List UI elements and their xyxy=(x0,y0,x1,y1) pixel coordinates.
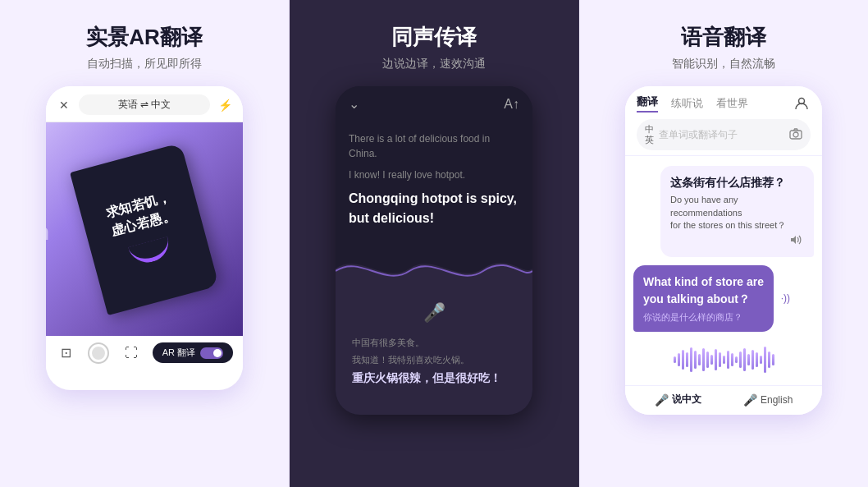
wave-bar xyxy=(731,353,733,366)
panel3-title: 语音翻译 xyxy=(681,23,766,52)
wave-bar xyxy=(686,352,688,367)
sim-mic-icon[interactable]: 🎤 xyxy=(423,302,445,324)
wave-bar xyxy=(706,351,709,368)
btn-en-label: English xyxy=(761,394,793,406)
voice-search-placeholder: 查单词或翻译句子 xyxy=(659,128,784,142)
mic-zh-icon: 🎤 xyxy=(655,393,669,407)
sim-mic-area: 🎤 xyxy=(349,302,519,324)
voice-chat-area: 这条街有什么店推荐？ Do you have any recommendatio… xyxy=(625,156,822,388)
ar-settings-icon[interactable]: ⚡ xyxy=(217,97,233,113)
voice-bottom-btns: 🎤 说中文 🎤 English xyxy=(625,385,822,415)
tab-practice[interactable]: 练听说 xyxy=(671,96,703,111)
voice-waveform xyxy=(633,340,814,379)
sim-english-transcript: There is a lot of delicious food in Chin… xyxy=(336,118,532,248)
wave-bar xyxy=(698,354,701,365)
wave-bar xyxy=(702,348,705,371)
tab-translate[interactable]: 翻译 xyxy=(637,94,658,113)
panel-simultaneous: 同声传译 边说边译，速效沟通 ⌄ A↑ There is a lot of de… xyxy=(290,0,579,487)
ar-lang-selector[interactable]: 英语 ⇌ 中文 xyxy=(79,94,210,115)
panel2-title: 同声传译 xyxy=(391,23,477,52)
ar-close-icon[interactable]: ✕ xyxy=(56,97,72,113)
ar-translate-label: AR 翻译 xyxy=(162,347,195,359)
sim-chevron-icon[interactable]: ⌄ xyxy=(349,96,359,112)
panel2-subtitle: 边说边译，速效沟通 xyxy=(382,57,486,71)
panel-voice-translate: 语音翻译 智能识别，自然流畅 翻译 练听说 看世界 中英 查单词或翻译句子 xyxy=(579,0,868,487)
ar-bottom-left-icons: ⊡ ⛶ xyxy=(56,343,141,363)
tab-world[interactable]: 看世界 xyxy=(716,96,748,111)
wave-bar xyxy=(735,356,738,363)
wave-bar xyxy=(723,356,725,364)
voice-phone-mockup: 翻译 练听说 看世界 中英 查单词或翻译句子 这条街有什么店推荐？ D xyxy=(625,86,822,415)
voice-btn-en[interactable]: 🎤 English xyxy=(743,393,793,407)
panel1-title: 实景AR翻译 xyxy=(86,23,203,52)
ar-bottom-bar: ⊡ ⛶ AR 翻译 xyxy=(46,336,243,370)
ar-smile-decoration xyxy=(128,237,173,267)
wave-bar xyxy=(739,351,742,368)
wave-bar xyxy=(710,355,713,365)
sim-wave-divider xyxy=(336,248,532,289)
panel-ar-translate: 实景AR翻译 自动扫描，所见即所得 ✕ 英语 ⇌ 中文 ⚡ unfo 求知若饥，… xyxy=(0,0,290,487)
voice-top-bar: 翻译 练听说 看世界 中英 查单词或翻译句子 xyxy=(625,86,822,156)
sim-en-line1: There is a lot of delicious food in Chin… xyxy=(349,131,519,161)
wave-bar xyxy=(690,347,692,372)
wave-bar xyxy=(747,354,750,365)
btn-zh-label: 说中文 xyxy=(672,393,701,407)
sim-ai-icon[interactable]: A↑ xyxy=(504,97,519,112)
ar-frame-icon[interactable]: ⛶ xyxy=(121,343,141,363)
wave-bar xyxy=(678,353,680,366)
wave-bar xyxy=(727,351,729,369)
wave-bar xyxy=(743,348,746,371)
mic-en-icon: 🎤 xyxy=(743,393,757,407)
wave-bar xyxy=(752,350,754,370)
ar-book-text: 求知若饥， 虚心若愚。 xyxy=(104,188,177,241)
profile-icon[interactable] xyxy=(793,94,811,113)
voice-search-bar[interactable]: 中英 查单词或翻译句子 xyxy=(637,119,811,150)
msg2-sound-icon: ·)) xyxy=(781,292,790,304)
voice-btn-zh[interactable]: 🎤 说中文 xyxy=(655,393,701,407)
panel3-subtitle: 智能识别，自然流畅 xyxy=(672,57,775,71)
ar-phone-mockup: ✕ 英语 ⇌ 中文 ⚡ unfo 求知若饥， 虚心若愚。 ⊡ ⛶ xyxy=(46,86,243,390)
panel1-subtitle: 自动扫描，所见即所得 xyxy=(87,57,202,71)
ar-toggle-switch[interactable] xyxy=(200,347,223,359)
sim-zh-line2: 我知道！我特别喜欢吃火锅。 xyxy=(352,354,516,366)
wave-bar xyxy=(674,356,676,363)
voice-msg-left: What kind of store areyou talking about？… xyxy=(633,265,774,332)
msg2-zh-text: 你说的是什么样的商店？ xyxy=(643,311,764,324)
ar-translate-toggle-pill[interactable]: AR 翻译 xyxy=(153,342,233,363)
wave-bar xyxy=(756,352,758,367)
sim-zh-bold: 重庆火锅很辣，但是很好吃！ xyxy=(352,371,516,386)
msg1-en-text: Do you have any recommendationsfor the s… xyxy=(670,194,804,232)
sim-chinese-transcript: 中国有很多美食。 我知道！我特别喜欢吃火锅。 重庆火锅很辣，但是很好吃！ xyxy=(349,337,519,386)
wave-bar xyxy=(768,351,770,368)
ar-camera-view: unfo 求知若饥， 虚心若愚。 xyxy=(46,122,243,336)
sim-phone-mockup: ⌄ A↑ There is a lot of delicious food in… xyxy=(336,86,532,415)
wave-bar xyxy=(764,347,766,373)
voice-msg-right-bubble: 这条街有什么店推荐？ Do you have any recommendatio… xyxy=(660,166,814,256)
voice-camera-icon[interactable] xyxy=(789,128,802,142)
voice-msg-right: 这条街有什么店推荐？ Do you have any recommendatio… xyxy=(660,166,814,256)
msg1-sound-icon xyxy=(670,234,804,246)
sim-en-bold: Chongqing hotpot is spicy,but delicious! xyxy=(349,189,519,228)
ar-bleed-text: unfo xyxy=(46,221,49,267)
msg2-en-text: What kind of store areyou talking about？ xyxy=(643,273,764,308)
voice-lang-label: 中英 xyxy=(645,124,654,145)
sim-en-line2: I know! I really love hotpot. xyxy=(349,168,519,182)
wave-bar xyxy=(760,356,762,364)
ar-crop-icon[interactable]: ⊡ xyxy=(56,343,75,363)
svg-point-2 xyxy=(793,132,798,137)
wave-bar xyxy=(719,352,721,367)
sim-zh-line1: 中国有很多美食。 xyxy=(352,337,516,349)
sim-top-bar: ⌄ A↑ xyxy=(336,86,532,118)
ar-top-bar: ✕ 英语 ⇌ 中文 ⚡ xyxy=(46,86,243,122)
voice-tab-bar: 翻译 练听说 看世界 xyxy=(637,94,811,113)
ar-shutter-icon[interactable] xyxy=(89,343,108,363)
sim-bottom-area: 🎤 中国有很多美食。 我知道！我特别喜欢吃火锅。 重庆火锅很辣，但是很好吃！ xyxy=(336,289,532,415)
wave-bar xyxy=(715,349,717,370)
wave-bar xyxy=(694,351,697,369)
wave-bar xyxy=(772,354,774,365)
wave-bar xyxy=(682,350,684,370)
msg1-zh-text: 这条街有什么店推荐？ xyxy=(670,174,804,191)
ar-book-object: 求知若饥， 虚心若愚。 xyxy=(70,143,219,315)
voice-msg-left-bubble: What kind of store areyou talking about？… xyxy=(633,265,774,332)
